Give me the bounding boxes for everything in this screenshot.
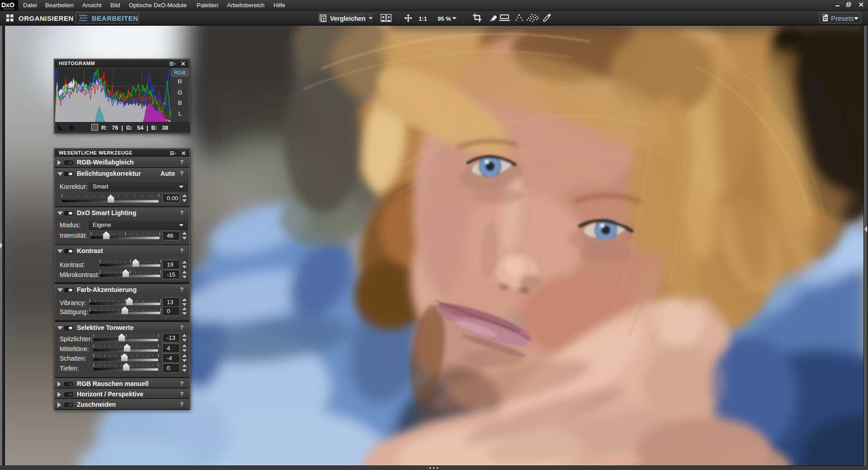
svg-text:Image Science: Image Science [4, 8, 14, 10]
svg-text:DxO: DxO [1, 1, 14, 9]
